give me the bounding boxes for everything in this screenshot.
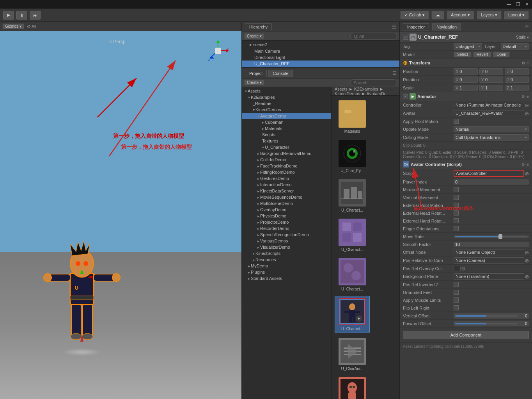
tree-projector[interactable]: ▸ ProjectorDemo — [242, 219, 331, 225]
bg-plane-pick-btn[interactable]: ◎ — [525, 274, 529, 279]
pause-button[interactable]: ⏸ — [16, 11, 27, 20]
project-options-btn[interactable]: ☰ — [392, 71, 396, 76]
cloud-button[interactable]: ☁ — [431, 11, 444, 20]
navigation-tab[interactable]: Navigation — [432, 23, 461, 30]
hierarchy-item-light[interactable]: Directional Light — [242, 54, 399, 61]
pos-y-field[interactable]: Y 0 — [479, 68, 504, 75]
culling-mode-dropdown[interactable]: Cull Update Transforms ▾ — [454, 134, 529, 141]
pos-z-field[interactable]: Z 0 — [505, 68, 529, 75]
controller-pick-btn[interactable]: ◎ — [525, 103, 529, 108]
tree-ucharacter[interactable]: ▾ U_Character — [242, 144, 331, 150]
hierarchy-item-character[interactable]: U_Character_REF — [242, 61, 399, 67]
asset-uchar-eye[interactable]: U_Char_Ey... — [335, 138, 370, 175]
tree-moviesequence[interactable]: ▸ MovieSequenceDemo — [242, 194, 331, 200]
pos-overlay-pick-btn[interactable]: ◎ — [461, 266, 465, 271]
tree-gestures[interactable]: ▸ GesturesDemo — [242, 175, 331, 182]
move-rate-slider[interactable] — [454, 235, 529, 238]
select-btn[interactable]: Select — [454, 52, 472, 57]
tree-standard-assets[interactable]: ▸ Standard Assets — [242, 275, 331, 281]
animator-section-header[interactable]: ▶ Animator ⚙ ≡ — [400, 92, 532, 101]
forward-offset-slider[interactable]: 0 — [454, 321, 529, 326]
offset-pick-btn[interactable]: ◎ — [525, 250, 529, 255]
revert-btn[interactable]: Revert — [473, 52, 491, 57]
tree-k2examples[interactable]: ▾ K2Examples — [242, 94, 331, 100]
apply-root-checkbox[interactable] — [454, 119, 459, 124]
hierarchy-create-btn[interactable]: Create ▾ — [244, 33, 264, 39]
scale-x-field[interactable]: X 1 — [454, 85, 478, 91]
pos-inverted-checkbox[interactable] — [454, 282, 459, 287]
tree-kinectdemos[interactable]: ▾ KinectDemos — [242, 107, 331, 113]
project-search-input[interactable] — [350, 79, 397, 86]
script-pick-btn[interactable]: ◎ — [525, 171, 529, 176]
project-tab[interactable]: Project — [245, 70, 267, 77]
asset-ucharacter-tex1[interactable]: U_Charact... — [335, 217, 370, 253]
step-button[interactable]: ⏭ — [30, 11, 41, 20]
tree-scripts[interactable]: Scripts — [242, 132, 331, 138]
hierarchy-tab[interactable]: Hierarchy — [245, 23, 272, 30]
layer-dropdown[interactable]: Default ▾ — [501, 43, 529, 50]
tree-visualizer[interactable]: ▸ VisualizerDemo — [242, 244, 331, 250]
tree-backgroundremoval[interactable]: ▸ BackgroundRemovalDemo — [242, 150, 331, 157]
grounded-checkbox[interactable] — [454, 290, 459, 295]
pos-overlay-color[interactable] — [454, 266, 461, 271]
minimize-btn[interactable]: — — [507, 2, 511, 7]
tag-dropdown[interactable]: Untagged ▾ — [454, 43, 482, 50]
tree-various[interactable]: ▸ VariousDemos — [242, 238, 331, 244]
open-btn[interactable]: Open — [493, 52, 509, 57]
tree-plugins[interactable]: ▸ Plugins — [242, 269, 331, 275]
transform-expand-icon[interactable]: ≡ — [527, 61, 529, 65]
avatar-controller-settings-btn[interactable]: ⚙ — [521, 162, 525, 167]
tree-cubeman[interactable]: ▸ Cubeman — [242, 119, 331, 125]
tree-textures[interactable]: Textures — [242, 138, 331, 144]
mirrored-checkbox[interactable] — [454, 187, 459, 192]
avatar-controller-expand-btn[interactable]: ≡ — [527, 162, 529, 167]
hierarchy-item-scene2[interactable]: ▸ scene2 — [242, 41, 399, 48]
close-btn[interactable]: ✕ — [525, 2, 529, 7]
tree-kinectscripts[interactable]: ▸ KinectScripts — [242, 250, 331, 256]
muscle-limits-checkbox[interactable] — [454, 297, 459, 303]
avatar-pick-btn[interactable]: ◎ — [525, 111, 529, 116]
tree-assets[interactable]: ▾ Assets — [242, 88, 331, 94]
animator-expand-btn[interactable]: ≡ — [527, 94, 529, 99]
inspector-options-btn[interactable]: ☰ — [525, 24, 529, 29]
tree-kinectdata[interactable]: ▸ KinectDataServer — [242, 188, 331, 194]
hierarchy-search-input[interactable] — [350, 33, 397, 40]
console-tab[interactable]: Console — [268, 70, 293, 77]
object-active-checkbox[interactable] — [403, 35, 408, 40]
scale-y-field[interactable]: Y 1 — [479, 85, 504, 91]
rot-y-field[interactable]: Y 0 — [479, 77, 504, 83]
tree-collider[interactable]: ▸ ColliderDemo — [242, 157, 331, 163]
player-index-value[interactable]: 0 — [454, 179, 529, 185]
tree-recorder[interactable]: ▸ RecorderDemo — [242, 225, 331, 232]
scene-canvas[interactable]: U < Persp Y X — [0, 31, 241, 399]
finger-checkbox[interactable] — [454, 226, 459, 231]
pos-relative-pick-btn[interactable]: ◎ — [525, 258, 529, 263]
tree-interaction[interactable]: ▸ InteractionDemo — [242, 182, 331, 188]
tree-materials[interactable]: ▸ Materials — [242, 125, 331, 132]
external-head-checkbox[interactable] — [454, 210, 459, 216]
controller-value[interactable]: None (Runtime Animator Controlle — [454, 102, 524, 108]
avatar-value[interactable]: U_Character_REFAvatar — [454, 110, 524, 116]
animator-settings-btn[interactable]: ⚙ — [521, 94, 525, 99]
transform-section-header[interactable]: ⊕ Transform ⚙ ≡ — [400, 59, 532, 68]
pos-x-field[interactable]: X 0 — [454, 68, 478, 75]
external-root-checkbox[interactable] — [454, 203, 459, 208]
pos-relative-value[interactable]: None (Camera) — [454, 257, 524, 264]
asset-ucharacter-tex2[interactable]: U_Charact... — [335, 256, 370, 293]
gizmos-button[interactable]: Gizmos ▾ — [2, 23, 24, 29]
tree-multiscene[interactable]: ▸ MultiSceneDemo — [242, 200, 331, 207]
tree-mydemo[interactable]: ▸ MyDemo — [242, 263, 331, 269]
asset-materials-folder[interactable]: Materials — [335, 99, 370, 135]
asset-ucharacter-prefab[interactable]: U_Charact... — [335, 296, 370, 333]
update-mode-dropdown[interactable]: Normal ▾ — [454, 126, 529, 132]
script-value[interactable]: AvatarController — [454, 170, 524, 177]
add-component-button[interactable]: Add Component — [403, 331, 529, 339]
offset-node-value[interactable]: None (Game Object) — [454, 249, 524, 255]
avatar-controller-section-header[interactable]: C# Avatar Controller (Script) ⚙ ≡ — [400, 160, 532, 169]
scale-z-field[interactable]: Z 1 — [505, 85, 529, 91]
smooth-factor-value[interactable]: 10 — [454, 242, 529, 247]
animator-active-checkbox[interactable] — [403, 94, 408, 99]
hierarchy-options-btn[interactable]: ☰ — [392, 24, 396, 30]
tree-speech[interactable]: ▸ SpeechRecognitionDemo — [242, 232, 331, 238]
tree-readme[interactable]: _Readme — [242, 100, 331, 107]
